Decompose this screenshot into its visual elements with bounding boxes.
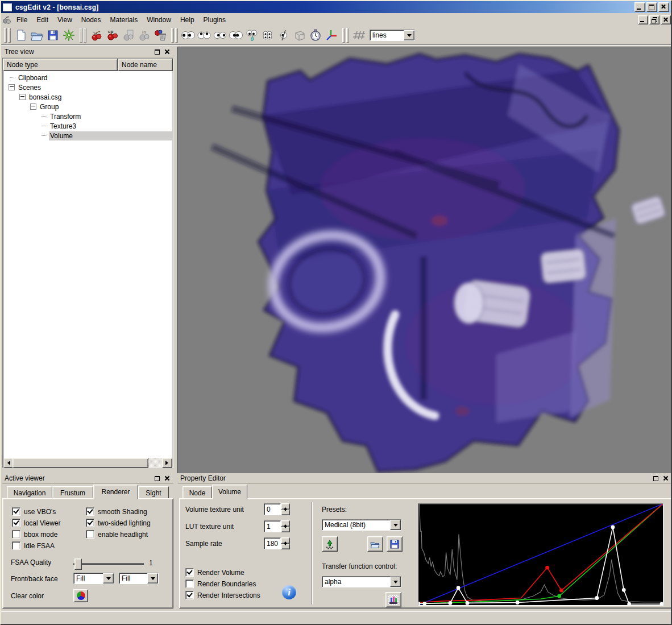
checkbox-smooth-shading[interactable]: smooth Shading — [86, 507, 147, 516]
mirror-view-button[interactable] — [276, 28, 292, 43]
axes-button[interactable] — [323, 28, 339, 43]
tree-item-texture3[interactable]: Texture3 — [3, 121, 173, 131]
checkbox-render-volume[interactable]: Render Volume — [185, 568, 244, 577]
checkbox-icon[interactable] — [12, 519, 20, 527]
property-editor-close-icon[interactable] — [662, 475, 670, 482]
collapse-icon[interactable] — [9, 84, 15, 90]
column-header-node-type[interactable]: Node type — [3, 59, 118, 71]
spin-down-icon[interactable] — [281, 527, 290, 533]
delete-button[interactable] — [152, 28, 168, 43]
checkbox-icon[interactable] — [86, 530, 94, 539]
mdi-restore-icon[interactable] — [649, 15, 659, 24]
spin-up-icon[interactable] — [281, 503, 290, 510]
menu-file[interactable]: File — [12, 14, 32, 26]
cut-button[interactable] — [89, 28, 105, 43]
checkbox-icon[interactable] — [12, 541, 20, 550]
checkbox-icon[interactable] — [185, 591, 194, 599]
tree-item-scenes[interactable]: Scenes — [3, 82, 173, 92]
active-viewer-close-icon[interactable] — [163, 475, 171, 482]
checkbox-local-viewer[interactable]: local Viewer — [12, 519, 60, 527]
menu-plugins[interactable]: Plugins — [199, 14, 230, 26]
menu-edit[interactable]: Edit — [32, 14, 53, 26]
tree-view-close-icon[interactable] — [163, 48, 171, 56]
mdi-minimize-icon[interactable] — [638, 15, 648, 24]
checkbox-icon[interactable] — [12, 507, 20, 516]
lut-texture-unit-spinbox[interactable]: 1 — [264, 520, 290, 532]
bbox-button[interactable] — [292, 28, 308, 43]
tab-node[interactable]: Node — [182, 486, 212, 499]
spin-up-icon[interactable] — [281, 537, 290, 544]
chevron-down-icon[interactable] — [404, 30, 414, 40]
spin-down-icon[interactable] — [281, 510, 290, 516]
menu-nodes[interactable]: Nodes — [77, 14, 106, 26]
sample-rate-value[interactable]: 180 — [264, 537, 281, 549]
title-bar[interactable]: csgEdit v2 - [bonsai.csg] — [1, 1, 671, 13]
info-icon[interactable]: i — [282, 585, 296, 599]
checkbox-icon[interactable] — [12, 530, 20, 539]
menu-window[interactable]: Window — [142, 14, 176, 26]
document-menu-icon[interactable] — [2, 15, 12, 24]
view-up-button[interactable] — [196, 28, 212, 43]
checkbox-icon[interactable] — [185, 580, 194, 588]
menu-help[interactable]: Help — [176, 14, 199, 26]
view-left-button[interactable] — [180, 28, 196, 43]
insert-button[interactable]: In — [136, 28, 152, 43]
render-button[interactable] — [61, 28, 77, 43]
property-editor-float-icon[interactable] — [652, 475, 660, 482]
copy-button[interactable]: cp — [105, 28, 121, 43]
chevron-down-icon[interactable] — [390, 520, 401, 530]
checkbox-two-sided-lighting[interactable]: two-sided lighting — [86, 519, 151, 527]
chevron-down-icon[interactable] — [103, 573, 114, 583]
menu-materials[interactable]: Materials — [106, 14, 143, 26]
checkbox-icon[interactable] — [86, 519, 94, 527]
checkbox-icon[interactable] — [185, 568, 194, 577]
menu-view[interactable]: View — [53, 14, 77, 26]
save-button[interactable] — [45, 28, 61, 43]
tree-item-group[interactable]: Group — [3, 102, 173, 111]
fsaa-quality-slider-handle[interactable] — [74, 558, 82, 570]
tree-hscrollbar[interactable] — [3, 458, 172, 467]
tab-sight[interactable]: Sight — [138, 486, 169, 499]
checkbox-render-intersections[interactable]: Render Intersections — [185, 591, 260, 599]
tree-view-float-icon[interactable] — [154, 48, 161, 56]
tree-item-bonsai-csg[interactable]: bonsai.csg — [3, 92, 173, 102]
transfer-function-plot[interactable] — [418, 503, 663, 606]
tree-item-clipboard[interactable]: Clipboard — [3, 73, 173, 82]
tab-volume[interactable]: Volume — [212, 485, 247, 499]
collapse-icon[interactable] — [19, 94, 26, 100]
checkbox-bbox-mode[interactable]: bbox mode — [12, 530, 57, 539]
spin-down-icon[interactable] — [281, 544, 290, 550]
open-file-button[interactable] — [29, 28, 45, 43]
active-viewer-float-icon[interactable] — [154, 475, 161, 482]
scroll-right-icon[interactable] — [162, 458, 172, 468]
maximize-icon[interactable] — [646, 2, 657, 12]
grid-mode-button[interactable] — [351, 28, 367, 43]
front-face-combobox[interactable]: Fill — [73, 573, 114, 584]
tab-renderer[interactable]: Renderer — [93, 485, 138, 499]
checkbox-enable-headlight[interactable]: enable headlight — [86, 530, 148, 539]
lut-texture-unit-value[interactable]: 1 — [264, 520, 281, 532]
back-face-combobox[interactable]: Fill — [119, 573, 159, 584]
paste-button[interactable] — [121, 28, 136, 43]
timer-button[interactable] — [308, 28, 323, 43]
view-right-button[interactable] — [212, 28, 228, 43]
apply-preset-button[interactable] — [322, 536, 338, 552]
fsaa-quality-slider-track[interactable] — [73, 563, 144, 565]
tab-navigation[interactable]: Navigation — [7, 486, 52, 499]
volume-texture-unit-spinbox[interactable]: 0 — [264, 503, 290, 515]
collapse-icon[interactable] — [30, 104, 36, 110]
checkbox-icon[interactable] — [86, 507, 94, 516]
load-preset-button[interactable] — [367, 536, 383, 552]
sample-rate-spinbox[interactable]: 180 — [264, 537, 290, 549]
tab-frustum[interactable]: Frustum — [52, 486, 93, 499]
minimize-icon[interactable] — [634, 2, 645, 12]
histogram-editor-button[interactable] — [385, 592, 401, 607]
clear-color-button[interactable] — [73, 589, 88, 602]
volume-texture-unit-value[interactable]: 0 — [264, 503, 281, 515]
new-file-button[interactable] — [13, 28, 29, 43]
transfer-function-combobox[interactable]: alpha — [322, 576, 401, 587]
close-icon[interactable] — [658, 2, 669, 12]
line-mode-combobox[interactable]: lines — [370, 30, 415, 41]
view-fit-button[interactable] — [244, 28, 260, 43]
column-header-node-name[interactable]: Node name — [118, 59, 173, 71]
